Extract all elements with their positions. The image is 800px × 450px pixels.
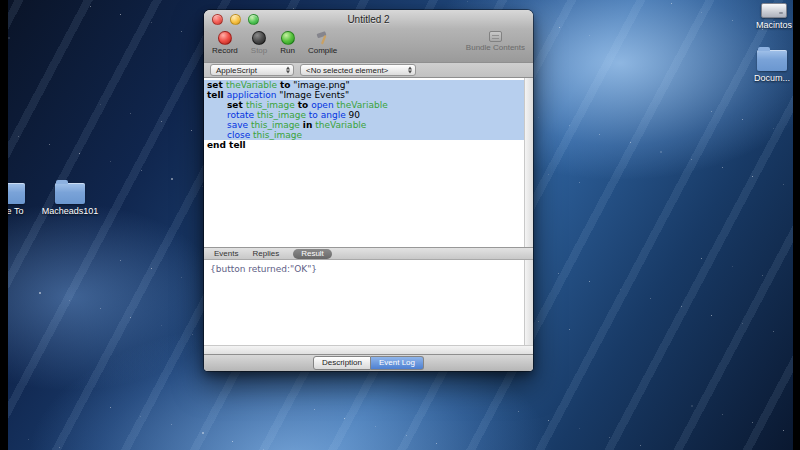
result-pane: {button returned:"OK"} <box>204 260 533 345</box>
result-text: {button returned:"OK"} <box>204 260 533 278</box>
star <box>732 20 733 21</box>
desktop-icon-documents[interactable]: Docum... <box>750 50 793 83</box>
code-token: in <box>303 120 313 130</box>
star <box>436 443 437 444</box>
minimize-button[interactable] <box>230 14 241 25</box>
star <box>742 119 743 120</box>
folder-icon <box>757 50 787 71</box>
code-scrollbar[interactable] <box>524 78 533 247</box>
code-line[interactable]: rotate this_image to angle 90 <box>204 110 533 120</box>
description-button[interactable]: Description <box>313 356 371 370</box>
star <box>783 430 784 431</box>
star <box>181 31 182 32</box>
bundle-contents-icon <box>489 31 502 42</box>
run-button[interactable]: Run <box>280 31 295 55</box>
record-icon <box>218 31 232 45</box>
window-titlebar[interactable]: Untitled 2 <box>204 10 533 29</box>
star <box>90 6 91 7</box>
code-token: this_image <box>257 110 306 120</box>
tab-events[interactable]: Events <box>214 249 238 259</box>
language-popup-value: AppleScript <box>216 66 257 75</box>
code-line[interactable]: set this_image to open theVariable <box>204 100 533 110</box>
star <box>202 432 204 434</box>
stop-button[interactable]: Stop <box>251 31 267 55</box>
script-editor-window: Untitled 2 Record Stop Run <box>204 10 533 371</box>
star <box>569 329 570 330</box>
desktop-icon-macheads101[interactable]: Macheads101 <box>38 183 102 216</box>
code-token: set <box>227 100 246 110</box>
star <box>171 424 172 425</box>
star <box>548 174 549 175</box>
desktop-icon-label: Docum... <box>754 73 790 83</box>
star <box>161 121 162 122</box>
tab-replies[interactable]: Replies <box>252 249 279 259</box>
code-editor[interactable]: set theVariable to "image.png"tell appli… <box>204 77 533 247</box>
desktop-icon-macintosh-hd[interactable]: Macintos <box>752 3 793 30</box>
star <box>579 182 580 183</box>
star <box>538 117 539 118</box>
star <box>39 292 41 294</box>
code-line[interactable]: set theVariable to "image.png" <box>204 80 533 90</box>
close-button[interactable] <box>212 14 223 25</box>
star <box>141 170 142 171</box>
star <box>192 334 193 335</box>
star <box>69 300 70 301</box>
star <box>671 3 672 4</box>
result-scrollbar[interactable] <box>524 260 533 345</box>
star <box>773 128 774 129</box>
code-token: this_image <box>246 100 295 110</box>
star <box>630 142 631 143</box>
desktop-icon-subscribe-to[interactable]: ribe To <box>8 183 36 216</box>
code-line[interactable]: end tell <box>204 140 533 150</box>
star <box>640 445 641 446</box>
stop-icon <box>252 31 266 45</box>
navigation-bar: AppleScript <No selected element> <box>204 62 533 77</box>
star <box>722 167 723 168</box>
hard-drive-icon <box>761 3 787 18</box>
star <box>151 268 152 269</box>
screen: Macintos Docum... ribe To Macheads101 Un… <box>0 0 800 450</box>
star <box>701 258 702 259</box>
star <box>599 134 600 135</box>
star <box>783 184 784 185</box>
star <box>232 441 233 442</box>
code-token: close <box>227 130 250 140</box>
star <box>28 439 29 440</box>
code-token: this_image <box>253 130 302 140</box>
toolbar: Record Stop Run Compile <box>204 29 533 62</box>
view-segmented-control: Description Event Log <box>313 356 424 370</box>
compile-label: Compile <box>308 46 337 55</box>
record-button[interactable]: Record <box>212 31 238 55</box>
code-token: tell <box>207 90 227 100</box>
element-popup[interactable]: <No selected element> <box>300 64 416 76</box>
folder-icon <box>55 183 85 204</box>
star <box>559 27 560 28</box>
zoom-button[interactable] <box>248 14 259 25</box>
event-log-button[interactable]: Event Log <box>371 356 424 370</box>
code-line[interactable]: save this_image in theVariable <box>204 120 533 130</box>
code-token: 90 <box>346 110 360 120</box>
tab-result[interactable]: Result <box>293 249 332 259</box>
bottom-bar: Description Event Log <box>204 354 533 371</box>
code-token: set <box>207 80 226 90</box>
code-line[interactable]: close this_image <box>204 130 533 140</box>
star <box>569 125 570 126</box>
star <box>100 308 101 309</box>
compile-button[interactable]: Compile <box>308 31 337 55</box>
code-token: to angle <box>309 110 346 120</box>
code-token: rotate <box>227 110 254 120</box>
result-horizontal-scrollbar[interactable] <box>204 345 533 354</box>
code-line[interactable]: tell application "Image Events" <box>204 90 533 100</box>
star <box>120 14 121 15</box>
star <box>773 331 774 332</box>
star <box>722 414 723 415</box>
code-token: this_image <box>251 120 300 130</box>
star <box>589 35 590 36</box>
bundle-contents-button[interactable]: Bundle Contents <box>466 31 525 52</box>
star <box>681 306 682 307</box>
window-controls <box>204 14 259 25</box>
star <box>406 435 407 436</box>
star <box>701 12 702 13</box>
language-popup[interactable]: AppleScript <box>210 64 294 76</box>
star <box>8 37 10 39</box>
